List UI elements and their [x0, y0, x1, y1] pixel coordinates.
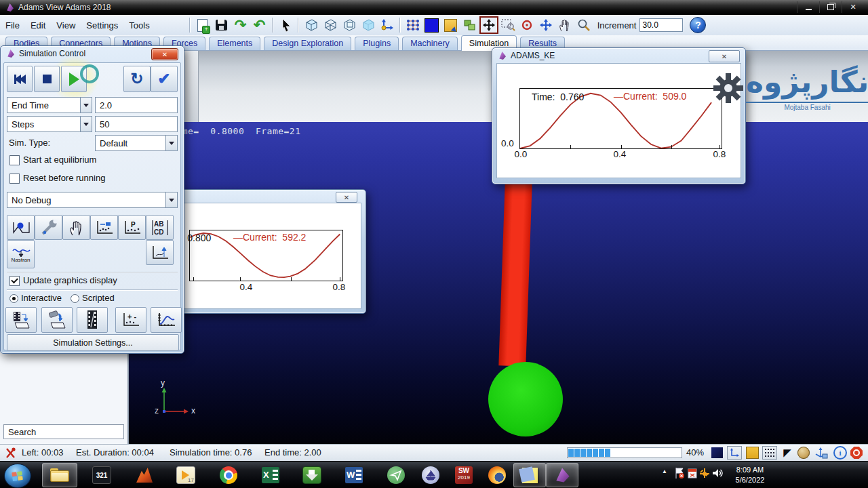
menu-file[interactable]: File — [0, 20, 25, 30]
dropdown-arrow-icon[interactable] — [80, 98, 92, 113]
fit-view-button[interactable] — [479, 16, 498, 34]
taskbar-idm[interactable] — [294, 463, 330, 487]
dropdown-arrow-icon[interactable] — [165, 192, 177, 207]
load-animation-button[interactable] — [41, 307, 73, 333]
new-file-button[interactable]: + — [193, 16, 212, 34]
undo-button[interactable]: ↶ — [250, 16, 269, 34]
adams-ke-close-button[interactable]: ✕ — [709, 50, 740, 62]
debug-dropdown[interactable]: No Debug — [7, 192, 178, 208]
view-shaded-button[interactable] — [359, 16, 378, 34]
solver-settings-button[interactable] — [35, 215, 62, 240]
center-view-button[interactable] — [517, 16, 536, 34]
taskbar-explorer[interactable] — [42, 463, 77, 487]
menu-view[interactable]: View — [51, 20, 81, 30]
background-color-button[interactable] — [709, 446, 724, 460]
sim-type-dropdown[interactable]: Default — [95, 135, 178, 151]
tray-calendar-icon[interactable] — [687, 467, 698, 482]
tab-design-exploration[interactable]: Design Exploration — [264, 37, 351, 50]
default-analysis-button[interactable] — [7, 215, 35, 240]
view-triad-toggle-button[interactable] — [727, 446, 742, 460]
tab-machinery[interactable]: Machinery — [402, 37, 458, 50]
tray-speaker-icon[interactable] — [711, 467, 724, 482]
dropdown-arrow-icon[interactable] — [80, 117, 92, 131]
minimize-button[interactable] — [797, 1, 819, 13]
nastran-export-button[interactable]: Nastran — [7, 240, 35, 268]
restore-button[interactable] — [819, 1, 842, 13]
save-animation-button[interactable] — [5, 307, 37, 333]
view-front-button[interactable] — [302, 16, 321, 34]
end-time-input[interactable]: 2.0 — [95, 97, 178, 113]
working-grid-color-button[interactable] — [745, 446, 760, 460]
simulation-settings-button[interactable]: Simulation Settings... — [7, 334, 179, 351]
tab-plugins[interactable]: Plugins — [355, 37, 399, 50]
search-input[interactable] — [3, 424, 124, 439]
end-time-selector[interactable]: End Time — [7, 97, 92, 113]
menu-settings[interactable]: Settings — [81, 20, 123, 30]
plot-during-sim-button[interactable] — [90, 215, 118, 240]
menu-edit[interactable]: Edit — [25, 20, 51, 30]
redo-button[interactable]: ↷ — [231, 16, 250, 34]
taskbar-matlab[interactable] — [126, 463, 161, 487]
pan-view-button[interactable] — [555, 16, 574, 34]
tab-elements[interactable]: Elements — [209, 37, 260, 50]
increment-input[interactable] — [639, 18, 683, 32]
plot-p-button[interactable]: P — [118, 215, 146, 240]
equilibrium-checkbox[interactable] — [9, 155, 20, 165]
update-graphics-checkbox[interactable] — [9, 276, 20, 286]
apply-button[interactable]: ✔ — [151, 66, 178, 92]
close-button[interactable]: ✕ — [842, 1, 864, 13]
scripted-radio[interactable] — [71, 294, 79, 303]
record-movie-button[interactable] — [77, 307, 108, 333]
tray-connection-icon[interactable] — [699, 467, 710, 482]
view-triad-button[interactable] — [378, 16, 397, 34]
dropdown-arrow-icon[interactable] — [165, 136, 177, 150]
steps-input[interactable]: 50 — [95, 116, 178, 132]
tray-expand-arrow[interactable]: ▲ — [662, 468, 667, 474]
pendulum-ball[interactable] — [488, 362, 563, 436]
interactive-radio[interactable] — [9, 294, 18, 303]
perspective-icon[interactable]: ◤ — [780, 446, 795, 460]
render-globe-button[interactable] — [796, 446, 811, 460]
zoom-window-button[interactable] — [498, 16, 517, 34]
abcd-button[interactable]: ABCD — [146, 215, 174, 240]
taskbar-word[interactable]: W — [336, 463, 372, 487]
stop-button[interactable] — [34, 66, 60, 92]
menu-tools[interactable]: Tools — [123, 20, 155, 30]
reset-button[interactable]: ↻ — [123, 66, 151, 92]
plot-results-button[interactable] — [151, 307, 182, 333]
dialog-close-button[interactable]: ✕ — [151, 48, 178, 60]
tray-clock[interactable]: 8:09 AM 5/6/2022 — [726, 465, 774, 485]
info-button[interactable]: i — [833, 446, 848, 460]
view-back-button[interactable] — [340, 16, 359, 34]
color-swatch-button[interactable] — [422, 16, 441, 34]
grid-toggle-button[interactable] — [762, 446, 777, 460]
interactive-sim-button[interactable] — [62, 215, 90, 240]
view-orientation-button[interactable] — [814, 446, 829, 460]
taskbar-labview[interactable]: 17 — [168, 463, 203, 487]
taskbar-solidworks[interactable]: SW 2019 — [448, 463, 480, 487]
taskbar-blue-app[interactable] — [414, 463, 447, 487]
rotate-view-button[interactable] — [536, 16, 555, 34]
stop-sign-button[interactable] — [849, 446, 864, 460]
fit-selected-button[interactable] — [460, 16, 479, 34]
select-tool-button[interactable] — [276, 16, 295, 34]
plot-plusminus-button[interactable]: + - — [115, 307, 146, 333]
plot-overlay-button[interactable] — [146, 240, 174, 265]
view-iso-button[interactable] — [321, 16, 340, 34]
help-button[interactable]: ? — [690, 17, 706, 33]
pendulum-rod[interactable] — [498, 177, 532, 366]
tray-flag-icon[interactable] — [674, 467, 685, 482]
taskbar-sticky-notes[interactable] — [513, 463, 546, 487]
taskbar-adams[interactable] — [546, 463, 578, 487]
taskbar-messenger[interactable] — [378, 463, 414, 487]
reset-before-checkbox[interactable] — [9, 174, 20, 184]
taskbar-excel[interactable]: X — [253, 463, 288, 487]
render-window-button[interactable] — [441, 16, 460, 34]
taskbar-media-player[interactable]: 321 — [84, 463, 119, 487]
taskbar-firefox[interactable] — [481, 463, 513, 487]
start-button[interactable] — [4, 464, 31, 488]
strip-chart-close-button[interactable]: ✕ — [336, 192, 357, 203]
rewind-button[interactable] — [7, 66, 33, 92]
zoom-tool-button[interactable] — [574, 16, 593, 34]
taskbar-chrome[interactable] — [211, 463, 246, 487]
